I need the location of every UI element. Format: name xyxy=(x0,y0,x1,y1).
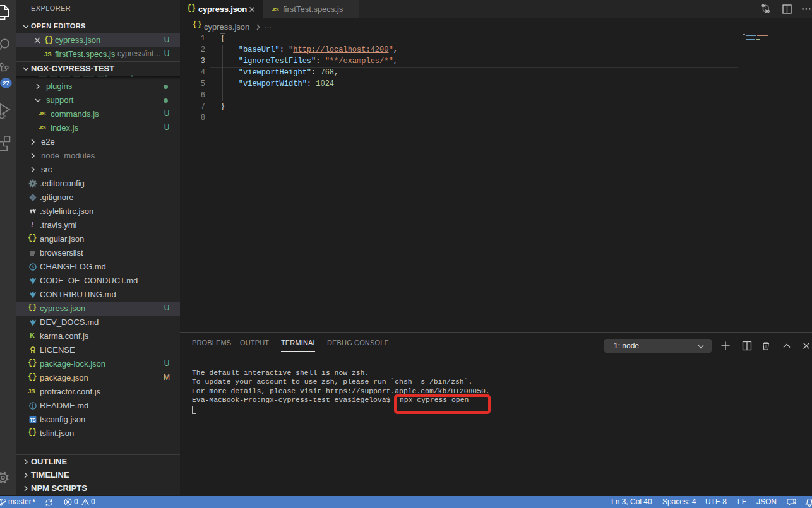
svg-text:27: 27 xyxy=(3,80,9,86)
svg-text:TS: TS xyxy=(30,418,36,422)
